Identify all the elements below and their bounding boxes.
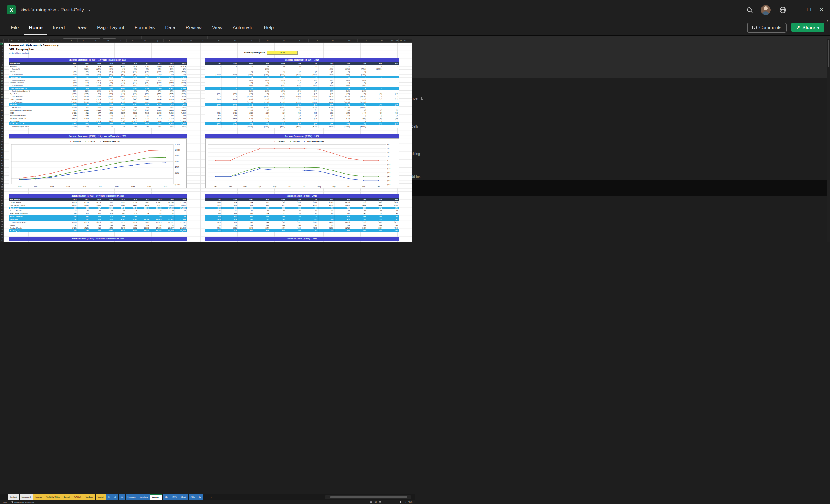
cell[interactable]: (41) [205, 122, 222, 125]
cell[interactable]: 16,185 [151, 207, 162, 209]
cell[interactable]: - [367, 65, 383, 68]
cell[interactable]: (57%) [270, 106, 286, 109]
cell[interactable]: (528) [77, 226, 90, 229]
cell[interactable]: 5 [351, 65, 367, 68]
row-header-60[interactable]: 60 [0, 199, 3, 202]
cell[interactable]: (752) [138, 92, 150, 95]
cell[interactable]: (2) [270, 114, 286, 117]
cell[interactable]: (57%) [302, 106, 319, 109]
cell[interactable]: (783) [77, 221, 90, 224]
cell[interactable]: 700 [65, 224, 77, 226]
cell[interactable]: - [367, 81, 383, 84]
cell[interactable]: 3,137 [114, 103, 126, 106]
cell[interactable]: (498) [334, 221, 351, 224]
cell[interactable]: - [205, 109, 222, 112]
cell[interactable]: (332) [114, 98, 126, 101]
cell[interactable]: (25) [302, 122, 319, 125]
row-header-51[interactable]: 51 [0, 175, 3, 178]
column-header-AB[interactable]: AB [309, 39, 325, 42]
cell[interactable]: 839 [222, 207, 238, 209]
cell[interactable]: 590 [65, 207, 77, 209]
row-label-cell[interactable]: Total Equity [9, 229, 65, 232]
cell[interactable]: 13 [238, 87, 254, 90]
cell[interactable]: (159) [270, 226, 286, 229]
cell[interactable]: 259 [90, 215, 102, 218]
avatar[interactable] [761, 5, 770, 14]
cell[interactable]: (9) [126, 114, 138, 117]
column-header-AJ[interactable]: AJ [403, 39, 407, 42]
cell[interactable]: (20) [254, 112, 270, 115]
row-label-cell[interactable]: Depreciation & Amortization [9, 109, 65, 112]
header-cell[interactable]: Jan [205, 198, 222, 201]
cell[interactable]: 14 [334, 87, 351, 90]
cell[interactable]: 700 [270, 224, 286, 226]
cell[interactable]: (99%) [319, 125, 335, 128]
cell[interactable]: - [222, 100, 238, 103]
cell[interactable]: - [367, 70, 383, 73]
cell[interactable]: 18,148 [162, 201, 174, 204]
cell[interactable]: (18) [65, 114, 77, 117]
cell[interactable]: - [383, 76, 400, 78]
cell[interactable]: 1,193 [65, 204, 77, 207]
cell[interactable]: (1) [175, 114, 187, 117]
cell[interactable]: 2,268 [114, 122, 126, 125]
cell[interactable]: (639) [162, 81, 174, 84]
cell[interactable]: (10%) [302, 73, 319, 76]
comments-button[interactable]: Comments [747, 23, 787, 32]
cell[interactable]: 298 [254, 212, 270, 215]
cell[interactable]: 318 [286, 215, 302, 218]
cell[interactable]: 90% [319, 78, 335, 81]
cell[interactable]: 1,733 [90, 76, 102, 78]
chart-0[interactable]: Income Statement ($'000) - 10 years to D… [9, 134, 187, 189]
cell[interactable]: 172 [77, 229, 90, 232]
cell[interactable]: 700 [77, 224, 90, 226]
cell[interactable]: 127% [90, 67, 102, 70]
cell[interactable]: 619 [254, 204, 270, 207]
cell[interactable]: (9%) [65, 84, 77, 87]
sheet-tab-dashboard[interactable]: Dashboard [20, 494, 33, 500]
cell[interactable]: (61%) [302, 95, 319, 98]
header-cell[interactable]: 2034 [162, 62, 174, 65]
column-header-AF[interactable]: AF [374, 39, 390, 42]
cell[interactable]: (9%) [102, 73, 114, 76]
cell[interactable]: 90% [254, 78, 270, 81]
cell[interactable]: 93% [138, 78, 150, 81]
cell[interactable]: 492 [302, 229, 319, 232]
cell[interactable]: (18) [77, 114, 90, 117]
cell[interactable]: - [222, 70, 238, 73]
cell[interactable]: 10,019 [175, 65, 187, 68]
cell[interactable]: - [222, 67, 238, 70]
cell[interactable]: 700 [286, 224, 302, 226]
row-header-43[interactable]: 43 [0, 154, 3, 157]
cell[interactable]: (537) [351, 221, 367, 224]
cell[interactable]: 85% [114, 90, 126, 92]
cell[interactable]: (16%) [90, 100, 102, 103]
cell[interactable]: 364 [238, 201, 254, 204]
cell[interactable]: 700 [90, 224, 102, 226]
row-header-74[interactable]: 74 [0, 237, 3, 239]
menu-file[interactable]: File [6, 20, 24, 35]
header-cell[interactable]: May [270, 62, 286, 65]
cell[interactable]: 541 [270, 218, 286, 221]
cell[interactable]: 87% [175, 90, 187, 92]
cell[interactable]: 29 [286, 65, 302, 68]
cell[interactable]: (64%) [319, 106, 335, 109]
header-cell[interactable]: May [270, 198, 286, 201]
cell[interactable]: 46 [151, 209, 162, 212]
cell[interactable]: (22) [205, 98, 222, 101]
cell[interactable]: 286 [77, 215, 90, 218]
cell[interactable]: (3) [254, 109, 270, 112]
cell[interactable]: (319) [102, 98, 114, 101]
cell[interactable]: - [222, 84, 238, 87]
cell[interactable]: (50) [383, 122, 400, 125]
header-cell[interactable]: Nov [367, 62, 383, 65]
sheet-tab-cogs-opex[interactable]: COGS & OPEX [44, 494, 62, 500]
cell[interactable]: (114) [238, 226, 254, 229]
column-header-AG[interactable]: AG [390, 39, 394, 42]
header-cell[interactable]: 2028 [90, 198, 102, 201]
cell[interactable]: 4,162 [126, 103, 138, 106]
cell[interactable]: (9%) [90, 73, 102, 76]
cell[interactable]: (85%) [286, 125, 302, 128]
cell[interactable]: 686 [77, 87, 90, 90]
column-header-Z[interactable]: Z [276, 39, 292, 42]
